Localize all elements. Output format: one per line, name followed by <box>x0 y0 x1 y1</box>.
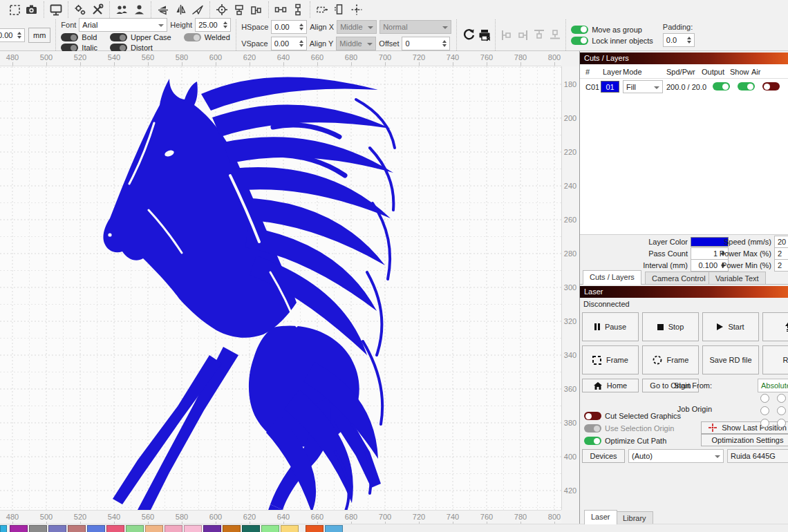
palette-swatch[interactable] <box>68 525 86 532</box>
flip-vertical-icon[interactable] <box>157 3 169 16</box>
pause-button[interactable]: Pause <box>582 312 639 341</box>
col-output: Output <box>702 68 724 76</box>
palette-swatch[interactable] <box>325 525 343 532</box>
distribute-v-icon[interactable] <box>292 3 304 16</box>
start-from-select[interactable]: Absolute C <box>758 379 788 392</box>
save-rd-button[interactable]: Save RD file <box>702 345 759 374</box>
layer-color-box[interactable] <box>691 237 729 247</box>
position-field[interactable]: 0.00 <box>0 28 25 42</box>
device-tools-icon[interactable] <box>91 3 104 16</box>
canvas-workspace[interactable]: 4805005205405605806006206406606807007207… <box>0 51 561 532</box>
palette-swatch[interactable] <box>87 525 105 532</box>
palette-swatch[interactable] <box>0 525 7 532</box>
tab-cuts-layers[interactable]: Cuts / Layers <box>583 270 641 285</box>
vspace-field[interactable]: 0.00 <box>271 37 307 50</box>
palette-swatch[interactable] <box>242 525 260 532</box>
align-stamp-v-icon[interactable] <box>250 3 263 16</box>
palette-swatch[interactable] <box>223 525 241 532</box>
color-palette[interactable] <box>0 524 788 532</box>
text-style-select[interactable]: Normal <box>379 20 451 34</box>
move-as-group-toggle[interactable]: Move as group <box>571 26 642 34</box>
palette-swatch[interactable] <box>184 525 202 532</box>
shear-icon[interactable] <box>191 3 204 16</box>
job-origin-radio[interactable] <box>760 419 769 428</box>
start-icon <box>717 323 723 330</box>
tab-variable-text[interactable]: Variable Text <box>709 272 766 285</box>
selection-tool-icon[interactable] <box>8 3 21 16</box>
home-button[interactable]: Home <box>582 379 639 392</box>
layer-air-toggle[interactable] <box>762 82 780 91</box>
use-selection-origin-toggle[interactable]: Use Selection Origin <box>584 424 674 433</box>
layer-output-toggle[interactable] <box>713 82 730 91</box>
tab-camera-control[interactable]: Camera Control <box>645 272 713 285</box>
frame-rect-button[interactable]: Frame <box>582 345 639 374</box>
layer-mode-select[interactable]: Fill <box>623 80 663 93</box>
job-origin-radio[interactable] <box>760 394 769 403</box>
palette-swatch[interactable] <box>29 525 47 532</box>
palette-swatch[interactable] <box>48 525 66 532</box>
align-stamp-h-icon[interactable] <box>233 3 245 16</box>
refresh-icon[interactable] <box>462 29 474 41</box>
settings-gears-icon[interactable] <box>74 3 86 16</box>
horse-graphic[interactable] <box>66 66 401 510</box>
font-select[interactable]: Arial <box>79 18 167 32</box>
palette-swatch[interactable] <box>126 525 144 532</box>
job-origin-radio[interactable] <box>777 394 786 403</box>
palette-swatch[interactable] <box>10 525 28 532</box>
palette-swatch[interactable] <box>281 525 299 532</box>
tab-library[interactable]: Library <box>616 511 653 524</box>
palette-swatch[interactable] <box>106 525 124 532</box>
palette-swatch[interactable] <box>145 525 163 532</box>
padding-field[interactable]: 0.0 <box>663 33 695 47</box>
pass-count-label: Pass Count <box>648 249 688 258</box>
offset-field[interactable]: 0 <box>402 37 450 50</box>
alignx-select[interactable]: Middle <box>337 20 377 34</box>
layers-list[interactable]: # Layer Mode Spd/Pwr Output Show Air C01… <box>580 64 788 235</box>
stop-button[interactable]: Stop <box>642 312 699 341</box>
vspace-label: VSpace <box>241 39 268 48</box>
user-icon[interactable] <box>133 3 145 16</box>
bold-toggle[interactable]: Bold <box>61 33 97 41</box>
focus-icon[interactable] <box>216 3 228 16</box>
palette-swatch[interactable] <box>203 525 221 532</box>
height-field[interactable]: 25.00 <box>195 18 231 32</box>
distribute-h-icon[interactable] <box>274 3 287 16</box>
palette-swatch[interactable] <box>261 525 279 532</box>
cut-selected-toggle[interactable]: Cut Selected Graphics <box>584 412 681 420</box>
move-to-origin-icon[interactable] <box>350 3 363 16</box>
move-page-h-icon[interactable] <box>316 3 328 16</box>
welded-toggle[interactable]: Welded <box>184 33 230 41</box>
layer-show-toggle[interactable] <box>738 82 755 91</box>
speed-field[interactable]: 20 <box>774 236 788 248</box>
monitor-icon[interactable] <box>50 3 62 16</box>
move-page-v-icon[interactable] <box>333 3 346 16</box>
flip-horizontal-icon[interactable] <box>174 3 187 16</box>
start-button[interactable]: Start <box>702 312 759 341</box>
tab-laser[interactable]: Laser <box>584 510 617 524</box>
lock-inner-objects-toggle[interactable]: Lock inner objects <box>571 37 653 45</box>
print-cut-icon[interactable] <box>478 29 490 41</box>
users-icon[interactable] <box>115 3 128 16</box>
layer-color-swatch[interactable]: 01 <box>601 81 619 93</box>
aligny-select[interactable]: Middle <box>336 37 376 50</box>
units-button[interactable]: mm <box>28 28 50 43</box>
optimization-settings-button[interactable]: Optimization Settings <box>701 434 788 446</box>
power-min-field[interactable]: 2 <box>774 259 788 272</box>
optimize-cut-path-toggle[interactable]: Optimize Cut Path <box>584 437 666 445</box>
camera-icon[interactable] <box>26 3 38 16</box>
job-origin-radio[interactable] <box>777 419 786 428</box>
job-origin-radio[interactable] <box>760 406 769 415</box>
power-max-field[interactable]: 2 <box>774 247 788 260</box>
upper-case-toggle[interactable]: Upper Case <box>110 33 171 41</box>
design-canvas[interactable] <box>0 66 561 510</box>
devices-button[interactable]: Devices <box>582 449 625 463</box>
show-last-position-button[interactable]: Show Last Position <box>701 421 788 434</box>
job-origin-radio[interactable] <box>777 406 786 415</box>
hspace-field[interactable]: 0.00 <box>271 20 307 34</box>
palette-swatch[interactable] <box>165 525 182 532</box>
palette-swatch[interactable] <box>306 525 323 532</box>
frame-circle-button[interactable]: Frame <box>642 345 699 374</box>
run-rd-button[interactable]: Run R <box>762 345 788 374</box>
device-auto-select[interactable]: (Auto) <box>628 449 724 463</box>
send-button[interactable]: S <box>762 312 788 341</box>
